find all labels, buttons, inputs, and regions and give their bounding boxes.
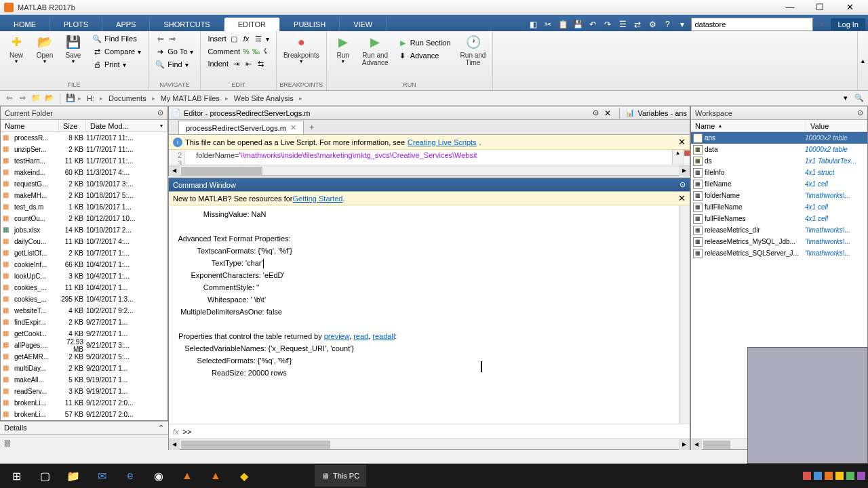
read-link[interactable]: read <box>353 332 368 340</box>
workspace-var-row[interactable]: ▦fullFileName4x1 cell <box>691 201 867 213</box>
file-row[interactable]: ▦brokenLi...57 KB9/12/2017 2:0... <box>1 409 167 420</box>
find-button[interactable]: 🔍Find ▾ <box>151 58 197 70</box>
matlab-icon[interactable]: ▲ <box>174 465 201 487</box>
readall-link[interactable]: readall <box>372 332 395 340</box>
outlook-icon[interactable]: ✉ <box>88 465 115 487</box>
qat-icon[interactable]: ◧ <box>527 18 539 30</box>
ws-col-name[interactable]: Name▴ <box>691 120 806 131</box>
tray-icon[interactable] <box>803 472 811 480</box>
tab-add-button[interactable]: + <box>304 120 320 134</box>
details-expand-icon[interactable]: ⌃ <box>158 424 164 432</box>
advance-button[interactable]: ⬇Advance <box>394 49 455 62</box>
qat-help-icon[interactable]: ? <box>661 18 673 30</box>
toolstrip-collapse-button[interactable]: ▲ <box>857 31 868 90</box>
nav-back-icon[interactable]: ⇦ <box>3 92 15 104</box>
file-row[interactable]: ▦getAEMR...2 KB9/20/2017 5:... <box>1 351 167 363</box>
qat-icon[interactable]: ☰ <box>616 18 629 30</box>
live-scripts-link[interactable]: Creating Live Scripts <box>408 138 477 146</box>
breadcrumb[interactable]: Documents <box>104 94 151 102</box>
tab-editor[interactable]: EDITOR <box>224 18 280 31</box>
status-input[interactable]: ||| <box>0 434 168 450</box>
cmd-scrollbar-h[interactable]: ◀▶ <box>169 439 690 449</box>
code-error-marker[interactable] <box>684 150 690 156</box>
col-size[interactable]: Size <box>59 120 86 131</box>
tray-icon[interactable] <box>835 472 844 480</box>
file-row[interactable]: ▦makeMH...2 KB10/18/2017 5:... <box>1 190 167 201</box>
nav-back-button[interactable]: ⇦⇨ <box>151 33 197 45</box>
run-button[interactable]: ▶Run▼ <box>330 33 357 65</box>
workspace-var-row[interactable]: ▦ans10000x2 table <box>691 132 867 144</box>
workspace-var-row[interactable]: ▦data10000x2 table <box>691 144 867 155</box>
tab-plots[interactable]: PLOTS <box>50 18 102 31</box>
file-row[interactable]: ▦test_ds.m1 KB10/16/2017 1... <box>1 201 167 213</box>
matlab-icon[interactable]: ▲ <box>202 465 229 487</box>
details-panel[interactable]: Details ⌃ <box>0 421 168 434</box>
doc-search-input[interactable] <box>691 18 813 31</box>
file-row[interactable]: ▦testHarn...11 KB11/7/2017 11:... <box>1 155 167 167</box>
open-button[interactable]: 📂Open▼ <box>31 33 58 65</box>
explorer-icon[interactable]: 📁 <box>60 465 87 487</box>
nav-fwd-icon[interactable]: ⇨ <box>16 92 28 104</box>
qat-redo-icon[interactable]: ↷ <box>601 18 614 30</box>
workspace-var-row[interactable]: ▦releaseMetrics_dir'\\mathworks\... <box>691 224 867 236</box>
breadcrumb[interactable]: My MATLAB Files <box>157 94 224 102</box>
qat-undo-icon[interactable]: ↶ <box>587 18 599 30</box>
workspace-var-row[interactable]: ▦releaseMetrics_MySQL_Jdb...'\\mathworks… <box>691 236 867 247</box>
cmd-scrollbar-v[interactable] <box>679 205 690 424</box>
file-row[interactable]: ▦countOu...2 KB10/12/2017 10... <box>1 213 167 224</box>
col-name[interactable]: Name <box>1 120 59 131</box>
compare-button[interactable]: ⇄Compare ▾ <box>88 45 145 58</box>
editor-menu-icon[interactable]: ⊙ <box>593 108 599 117</box>
folder-icon[interactable]: 📂 <box>43 92 56 104</box>
search-clear-icon[interactable]: ✕ <box>816 18 828 30</box>
qat-icon[interactable]: 📋 <box>557 18 569 30</box>
file-row[interactable]: ▦multiDay...2 KB9/20/2017 1... <box>1 363 167 374</box>
login-button[interactable]: Log In <box>831 18 865 30</box>
col-date[interactable]: Date Mod...▾ <box>86 120 167 131</box>
find-files-button[interactable]: 🔍Find Files <box>88 33 145 45</box>
command-prompt[interactable]: fx >> <box>169 424 690 439</box>
file-row[interactable]: ▦cookies_...295 KB10/4/2017 1:3... <box>1 293 167 305</box>
taskview-icon[interactable]: ▢ <box>31 465 58 487</box>
breadcrumb[interactable]: H: <box>83 94 98 102</box>
file-row[interactable]: ▦findExpir...2 KB9/27/2017 1... <box>1 317 167 328</box>
workspace-var-row[interactable]: ▦fileName4x1 cell <box>691 178 867 190</box>
getting-started-link[interactable]: Getting Started <box>292 195 342 203</box>
editor-close-icon[interactable]: ✕ <box>601 108 614 118</box>
new-button[interactable]: ✚New▼ <box>3 33 30 65</box>
panel-menu-icon[interactable]: ⊙ <box>857 108 863 117</box>
ie-icon[interactable]: e <box>117 465 144 487</box>
app-icon[interactable]: ◆ <box>231 465 258 487</box>
editor-scrollbar-h[interactable]: ◀▶ <box>169 165 690 176</box>
panel-menu-icon[interactable]: ⊙ <box>679 180 686 189</box>
run-time-button[interactable]: 🕐Run and Time <box>456 33 490 68</box>
qat-icon[interactable]: ⚙ <box>646 18 658 30</box>
preview-link[interactable]: preview <box>324 332 349 340</box>
comment-button[interactable]: Comment % ‰ ⤹ <box>203 45 273 57</box>
file-row[interactable]: ▦brokenLi...11 KB9/12/2017 2:0... <box>1 397 167 409</box>
workspace-var-row[interactable]: ▦folderName'\\mathworks\... <box>691 190 867 201</box>
file-row[interactable]: ▦requestG...2 KB10/19/2017 3:... <box>1 178 167 190</box>
file-row[interactable]: ▦dailyCou...11 KB10/7/2017 4:... <box>1 236 167 247</box>
editor-file-tab[interactable]: processRedirectServerLogs.m ✕ <box>178 121 304 134</box>
workspace-var-row[interactable]: ▦releaseMetrics_SQLServer_J...'\\mathwor… <box>691 247 867 259</box>
print-button[interactable]: 🖨Print ▾ <box>88 58 145 70</box>
close-button[interactable]: ✕ <box>835 1 864 14</box>
file-row[interactable]: ▦getListOf...2 KB10/7/2017 1:... <box>1 247 167 259</box>
tab-view[interactable]: VIEW <box>340 18 387 31</box>
qat-save-icon[interactable]: 💾 <box>572 18 584 30</box>
addr-dropdown-icon[interactable]: ▾ <box>840 92 852 104</box>
goto-button[interactable]: ➜Go To ▾ <box>151 45 197 58</box>
file-row[interactable]: ▦makeAll...5 KB9/19/2017 1... <box>1 374 167 386</box>
breadcrumb[interactable]: Web Site Analysis <box>230 94 298 102</box>
tab-shortcuts[interactable]: SHORTCUTS <box>150 18 224 31</box>
qat-icon[interactable]: ✂ <box>542 18 554 30</box>
insert-button[interactable]: Insert ▢ fx ☰ ▾ <box>203 33 273 45</box>
minimize-button[interactable]: — <box>776 1 804 14</box>
ws-col-value[interactable]: Value <box>806 120 867 131</box>
tray-icon[interactable] <box>814 472 822 480</box>
workspace-var-row[interactable]: ▦ds1x1 TabularTex... <box>691 155 867 167</box>
thispc-icon[interactable]: 🖥This PC <box>315 465 366 487</box>
tab-apps[interactable]: APPS <box>102 18 150 31</box>
addr-search-icon[interactable]: 🔍 <box>853 92 865 104</box>
